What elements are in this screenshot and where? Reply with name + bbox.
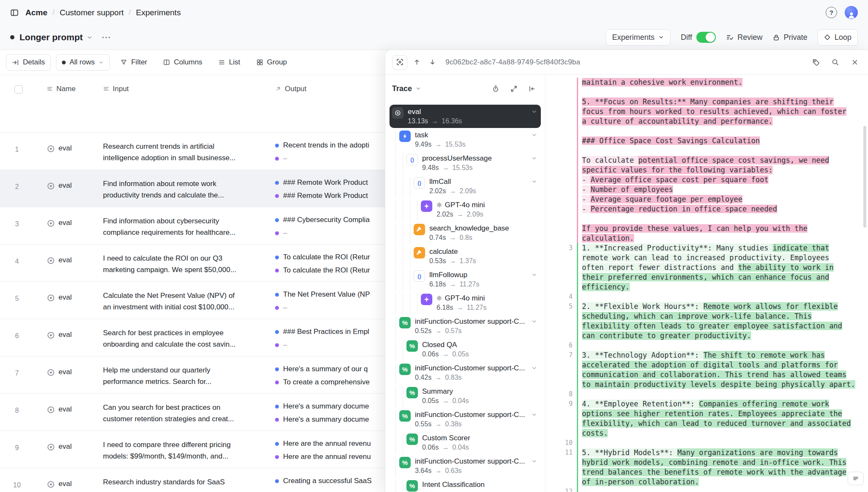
diff-lines: maintain a cohesive work environment.5. …	[545, 78, 861, 492]
eval-icon	[47, 219, 55, 228]
trace-node[interactable]: %initFunction-Customer support-C...3.64s…	[389, 454, 541, 478]
trace-node[interactable]: calculate0.53s→1.37s	[389, 245, 541, 268]
fit-view-button[interactable]	[392, 55, 407, 69]
diff-line: maintain a cohesive work environment.	[545, 78, 861, 87]
diff-change-marker	[577, 87, 578, 97]
row-name-cell: eval	[47, 319, 103, 356]
loop-button[interactable]: Loop	[818, 29, 858, 46]
private-button[interactable]: Private	[773, 33, 807, 42]
column-header-input[interactable]: Input	[103, 75, 275, 132]
select-all-checkbox[interactable]	[14, 85, 23, 94]
avatar[interactable]	[845, 6, 858, 19]
eval-icon	[47, 182, 55, 190]
details-button[interactable]: Details	[6, 54, 51, 71]
collapse-left-icon[interactable]	[526, 83, 538, 95]
diff-line-number: 3	[545, 243, 573, 253]
wrap-toggle-button[interactable]	[848, 472, 864, 485]
output-text: –	[283, 303, 287, 312]
diff-segment: flexibility, which can lead to reduced t…	[582, 419, 851, 428]
row-number: 10	[0, 468, 34, 489]
trace-node[interactable]: ✻GPT-4o mini6.18s→11.27s	[389, 291, 541, 314]
diff-toggle[interactable]	[696, 32, 716, 43]
diff-text: ### Office Space Cost Savings Calculatio…	[582, 136, 760, 146]
trace-node[interactable]: %initFunction-Customer support-C...0.52s…	[389, 314, 541, 338]
help-icon[interactable]: ?	[826, 7, 837, 18]
diff-view: maintain a cohesive work environment.5. …	[545, 75, 868, 492]
breadcrumb-item-section[interactable]: Experiments	[136, 8, 181, 17]
diff-text: scheduling, which can improve work-life …	[582, 311, 812, 321]
row-name-cell: eval	[47, 245, 103, 281]
trace-node[interactable]: ()llmCall2.02s→2.09s	[389, 175, 541, 198]
all-rows-dropdown[interactable]: All rows	[56, 54, 110, 71]
diff-text: 3. **Technology Adoption**: The shift to…	[582, 350, 825, 360]
trace-node[interactable]: eval13.13s→16.36s	[389, 105, 541, 128]
diff-change-marker	[577, 380, 578, 389]
output-text: Here's a summary of our q	[283, 365, 368, 373]
scrollbar[interactable]	[863, 126, 866, 228]
trace-node[interactable]: %Custom Scorer0.06s→0.04s	[389, 431, 541, 454]
diff-change-marker	[577, 341, 578, 350]
diff-change-marker	[577, 185, 578, 195]
trace-node[interactable]: %Summary0.05s→0.04s	[389, 384, 541, 408]
span-total-time: 0.04s	[452, 396, 469, 405]
diff-text: to maintain productivity levels despite …	[582, 380, 855, 389]
diff-change-marker	[577, 458, 578, 467]
tree-indent-guide	[399, 270, 406, 291]
tag-icon[interactable]	[810, 56, 822, 69]
breadcrumb-item-project[interactable]: Customer support	[60, 8, 124, 17]
trace-node[interactable]: %Closed QA0.06s→0.05s	[389, 338, 541, 361]
trace-node[interactable]: ✻GPT-4o mini2.02s→2.09s	[389, 198, 541, 221]
tree-indent-guide	[406, 247, 414, 268]
output-text: –	[283, 154, 287, 163]
diff-line: to maintain productivity levels despite …	[545, 380, 861, 389]
span-total-time: 2.09s	[467, 210, 483, 219]
timer-icon[interactable]	[490, 83, 502, 95]
row-input-cell: Find information about remote workproduc…	[103, 170, 275, 207]
diff-text: flexibility often leads to greater emplo…	[582, 321, 842, 331]
trace-node[interactable]: %Intent Classification	[389, 478, 541, 492]
diff-line-number	[545, 156, 573, 165]
list-button[interactable]: List	[213, 54, 245, 71]
experiments-dropdown[interactable]: Experiments	[606, 29, 670, 46]
trace-node-times: 9.49s→15.53s	[415, 140, 531, 149]
trace-node-label: calculate	[429, 247, 458, 256]
diff-line-number	[545, 204, 573, 214]
trace-node[interactable]: task9.49s→15.53s	[389, 128, 541, 151]
search-icon[interactable]	[829, 56, 842, 69]
input-text-line: Find information about cybersecurity	[103, 215, 266, 227]
experiment-menu-button[interactable]: ⋯	[98, 31, 114, 44]
diff-change-marker	[577, 311, 578, 321]
trace-node[interactable]: ()processUserMessage9.48s→15.53s	[389, 151, 541, 175]
trace-node[interactable]: %initFunction-Customer support-C...0.55s…	[389, 408, 541, 431]
trace-node[interactable]: ()llmFollowup6.18s→11.27s	[389, 268, 541, 291]
details-icon	[12, 59, 19, 66]
span-duration: 0.55s	[415, 420, 431, 428]
column-header-name[interactable]: Name	[47, 75, 103, 132]
close-icon[interactable]	[849, 56, 861, 69]
eval-icon	[47, 294, 55, 302]
trace-node[interactable]: %initFunction-Customer support-C...0.42s…	[389, 361, 541, 384]
trace-node-text: task9.49s→15.53s	[415, 130, 531, 149]
trace-view-dropdown[interactable]: Trace	[392, 84, 421, 93]
group-button[interactable]: Group	[251, 54, 292, 71]
review-button[interactable]: Review	[726, 33, 762, 42]
expand-icon[interactable]	[508, 83, 520, 95]
experiment-name-button[interactable]: Longer prompt	[19, 32, 93, 42]
diff-line-number	[545, 282, 573, 292]
breadcrumb-item-org[interactable]: Acme	[25, 8, 47, 17]
diff-change-marker	[577, 243, 578, 253]
output-bullet-purple-icon	[275, 306, 279, 310]
span-total-time: 0.05s	[452, 350, 469, 359]
columns-button[interactable]: Columns	[158, 54, 208, 71]
trace-node[interactable]: search_knowledge_base0.74s→0.8s	[389, 221, 541, 245]
diff-line-number	[545, 419, 573, 428]
diff-segment: efficiency.	[582, 283, 630, 291]
next-row-button[interactable]	[426, 56, 439, 68]
span-duration: 0.05s	[422, 396, 439, 405]
tree-indent-guide	[392, 200, 399, 221]
sidebar-toggle-icon[interactable]	[10, 8, 19, 17]
tree-indent-guide	[399, 153, 406, 175]
previous-row-button[interactable]	[411, 56, 423, 68]
filter-button[interactable]: Filter	[115, 54, 153, 71]
trace-node-label: llmFollowup	[429, 270, 467, 280]
